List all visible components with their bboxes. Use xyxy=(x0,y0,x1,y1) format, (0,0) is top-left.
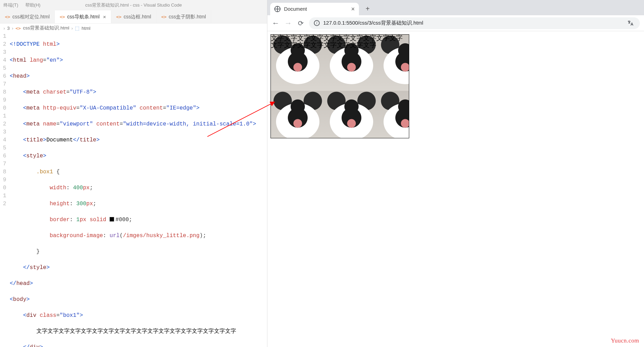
demo-text: 文字文字文字文字文字文字文字文字文字文字文字文字文字文字文字文字文字文字 xyxy=(271,34,403,49)
code-editor[interactable]: 123 456 789 012 345 678 901 2 <!DOCTYPE … xyxy=(0,33,267,347)
vscode-window: 终端(T) 帮助(H) css背景基础知识.html - css - Visua… xyxy=(0,0,267,347)
tab-label: css导航条.html xyxy=(67,14,100,20)
translate-icon[interactable] xyxy=(626,19,635,28)
editor-tabs: <> css相对定位.html <> css导航条.html × <> css边… xyxy=(0,10,267,24)
color-swatch-icon xyxy=(110,217,114,222)
chevron-right-icon: › xyxy=(12,26,14,31)
tab-border[interactable]: <> css边框.html xyxy=(111,10,156,23)
menu-help[interactable]: 帮助(H) xyxy=(22,2,44,8)
html-file-icon: <> xyxy=(161,14,167,19)
breadcrumb: › 3 › <> css背景基础知识.html › ⬚ html xyxy=(0,24,267,33)
html-file-icon: <> xyxy=(5,14,10,19)
url-text: 127.0.0.1:5500/css/3/css背景基础知识.html xyxy=(323,20,423,26)
html-file-icon: <> xyxy=(116,14,122,19)
menu-bar: 终端(T) 帮助(H) xyxy=(0,0,267,10)
tab-relative-position[interactable]: <> css相对定位.html xyxy=(0,10,55,23)
address-bar[interactable]: i 127.0.0.1:5500/css/3/css背景基础知识.html xyxy=(309,17,640,29)
browser-tab[interactable]: Document × xyxy=(270,3,359,15)
chevron-right-icon: › xyxy=(71,26,73,31)
tab-label: css相对定位.html xyxy=(12,14,50,20)
breadcrumb-file[interactable]: css背景基础知识.html xyxy=(23,25,69,31)
line-gutter: 123 456 789 012 345 678 901 2 xyxy=(0,33,10,347)
chrome-window: Document × + ← → ⟳ i 127.0.0.1:5500/css/… xyxy=(267,0,644,347)
close-icon[interactable]: × xyxy=(351,6,355,13)
globe-icon xyxy=(274,6,281,12)
html-file-icon: <> xyxy=(60,14,65,19)
tab-title: Document xyxy=(284,6,307,12)
reload-button[interactable]: ⟳ xyxy=(297,19,305,27)
html-file-icon: <> xyxy=(16,26,21,31)
breadcrumb-folder[interactable]: 3 xyxy=(7,26,10,31)
code-area[interactable]: <!DOCTYPE html> <html lang="en"> <head> … xyxy=(10,33,267,347)
tab-box-shadow[interactable]: <> css盒子阴影.html xyxy=(156,10,211,23)
breadcrumb-symbol[interactable]: html xyxy=(81,26,91,31)
tab-navbar[interactable]: <> css导航条.html × xyxy=(55,10,111,23)
back-button[interactable]: ← xyxy=(272,19,280,28)
forward-button[interactable]: → xyxy=(284,19,292,28)
browser-tabstrip: Document × + xyxy=(267,0,644,15)
tab-label: css边框.html xyxy=(123,14,151,20)
info-icon[interactable]: i xyxy=(314,20,320,26)
tab-label: css盒子阴影.html xyxy=(169,14,206,20)
demo-box: 文字文字文字文字文字文字文字文字文字文字文字文字文字文字文字文字文字文字 xyxy=(271,34,409,138)
browser-toolbar: ← → ⟳ i 127.0.0.1:5500/css/3/css背景基础知识.h… xyxy=(267,15,644,31)
close-icon[interactable]: × xyxy=(102,14,106,20)
symbol-icon: ⬚ xyxy=(75,25,79,31)
browser-viewport: 文字文字文字文字文字文字文字文字文字文字文字文字文字文字文字文字文字文字 xyxy=(267,31,644,347)
new-tab-button[interactable]: + xyxy=(362,3,373,14)
chevron-right-icon: › xyxy=(3,26,5,31)
menu-terminal[interactable]: 终端(T) xyxy=(0,2,22,8)
watermark: Yuucn.com xyxy=(611,337,639,344)
